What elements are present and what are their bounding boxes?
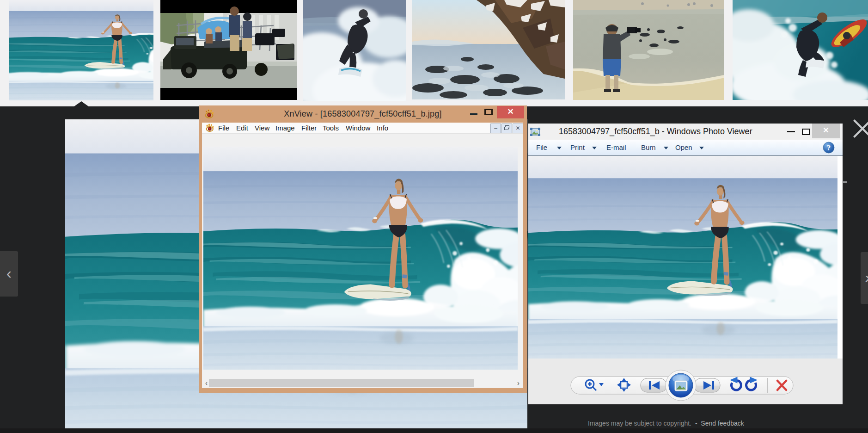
svg-text:?: ? [827, 143, 831, 152]
